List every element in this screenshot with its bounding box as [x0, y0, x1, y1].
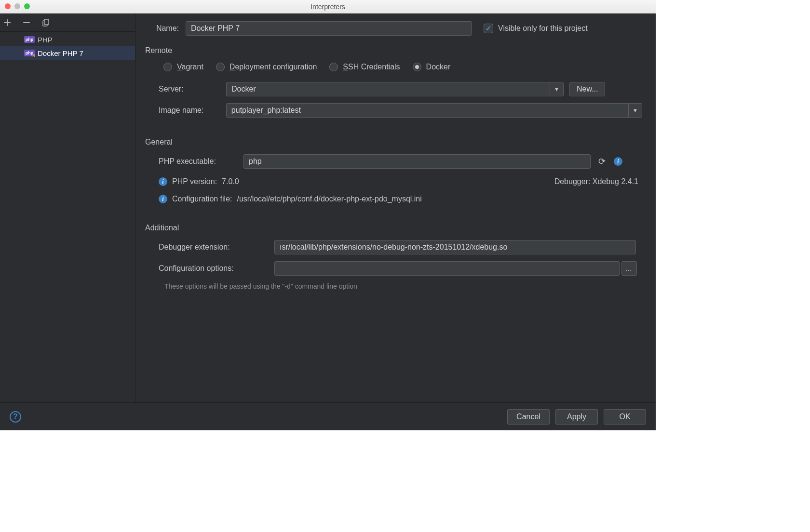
interpreter-item-label: PHP [38, 36, 53, 44]
radio-icon [163, 63, 172, 71]
refresh-icon: ⟳ [598, 156, 606, 167]
add-interpreter-button[interactable] [2, 17, 13, 28]
info-icon: i [614, 157, 622, 166]
general-header: General [145, 138, 642, 146]
radio-label: Docker [426, 63, 451, 71]
visible-only-checkbox[interactable]: ✓ [484, 24, 493, 33]
minimize-window-button[interactable] [14, 3, 20, 9]
cancel-button[interactable]: Cancel [507, 409, 550, 425]
new-server-button[interactable]: New... [569, 82, 605, 96]
visible-only-checkbox-group: ✓ Visible only for this project [484, 24, 588, 33]
interpreter-item-php[interactable]: php PHP [0, 33, 135, 46]
window-title: Interpreters [0, 3, 656, 11]
copy-interpreter-button[interactable] [40, 17, 51, 28]
configuration-options-browse-button[interactable]: … [621, 261, 637, 276]
chevron-down-icon: ▼ [628, 104, 642, 117]
php-executable-label: PHP executable: [159, 157, 243, 166]
debugger-extension-label: Debugger extension: [159, 243, 274, 252]
server-select-value: Docker [231, 85, 256, 93]
configuration-options-label: Configuration options: [159, 264, 274, 273]
radio-icon [413, 63, 421, 71]
name-input[interactable] [186, 21, 472, 36]
configuration-options-hint: These options will be passed using the "… [145, 282, 642, 290]
interpreter-list: php PHP phpR Docker PHP 7 [0, 32, 135, 430]
svg-rect-1 [44, 19, 49, 25]
remote-radio-ssh[interactable]: SSH Credentials [329, 63, 400, 71]
interpreter-form: Name: ✓ Visible only for this project Re… [135, 13, 656, 430]
reload-php-button[interactable]: ⟳ [596, 156, 607, 167]
traffic-lights [5, 3, 30, 9]
remote-radio-vagrant[interactable]: VVagrantagrant [163, 63, 203, 71]
apply-button[interactable]: Apply [555, 409, 598, 425]
chevron-down-icon: ▼ [550, 82, 563, 96]
php-version-value: 7.0.0 [222, 177, 239, 186]
remote-radio-docker[interactable]: Docker [413, 63, 451, 71]
server-select[interactable]: Docker ▼ [226, 82, 564, 96]
additional-header: Additional [145, 224, 642, 232]
php-remote-icon: phpR [24, 50, 35, 56]
remote-radio-deployment[interactable]: Deployment configuration [216, 63, 317, 71]
php-icon: php [24, 36, 35, 43]
dialog-footer: ? Cancel Apply OK [0, 402, 656, 430]
image-name-value: putplayer_php:latest [231, 106, 301, 115]
server-label: Server: [159, 85, 226, 93]
radio-icon [216, 63, 225, 71]
php-executable-input[interactable] [243, 154, 591, 169]
info-icon: i [159, 195, 167, 203]
close-window-button[interactable] [5, 3, 11, 9]
image-name-select[interactable]: putplayer_php:latest ▼ [226, 103, 642, 118]
help-button[interactable]: ? [10, 411, 21, 423]
dialog-content: php PHP phpR Docker PHP 7 Name: ✓ [0, 13, 656, 430]
php-version-label: PHP version: [172, 177, 217, 186]
php-info-button[interactable]: i [613, 156, 623, 167]
remote-header: Remote [145, 46, 642, 55]
remove-interpreter-button[interactable] [21, 17, 32, 28]
debugger-extension-input[interactable] [274, 240, 636, 254]
interpreter-sidebar: php PHP phpR Docker PHP 7 [0, 13, 135, 430]
configuration-options-input[interactable] [274, 261, 620, 276]
interpreter-item-docker-php7[interactable]: phpR Docker PHP 7 [0, 46, 135, 60]
interpreter-item-label: Docker PHP 7 [38, 49, 83, 57]
info-icon: i [159, 177, 167, 186]
titlebar: Interpreters [0, 0, 656, 13]
dialog-window: Interpreters php [0, 0, 656, 430]
visible-only-label: Visible only for this project [498, 24, 588, 33]
name-label: Name: [145, 24, 179, 33]
config-file-value: /usr/local/etc/php/conf.d/docker-php-ext… [237, 195, 422, 203]
radio-icon [329, 63, 338, 71]
ok-button[interactable]: OK [604, 409, 646, 425]
remote-type-radio-group: VVagrantagrant Deployment configuration … [145, 63, 642, 71]
image-name-label: Image name: [159, 106, 226, 115]
debugger-info: Debugger: Xdebug 2.4.1 [554, 177, 638, 186]
config-file-label: Configuration file: [172, 195, 232, 203]
maximize-window-button[interactable] [24, 3, 30, 9]
sidebar-toolbar [0, 13, 135, 32]
